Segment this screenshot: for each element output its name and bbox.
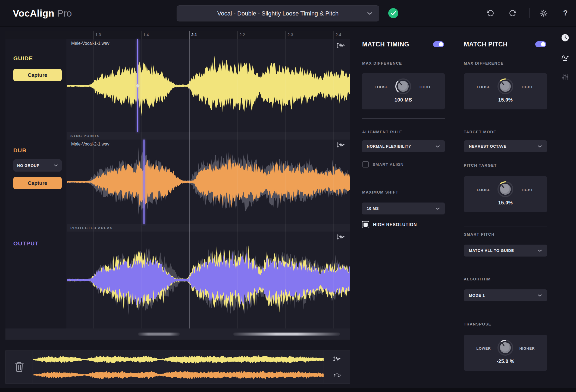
process-settings-button[interactable] bbox=[559, 71, 571, 83]
pitch-view-button[interactable] bbox=[559, 52, 571, 63]
transpose-label: TRANSPOSE bbox=[464, 322, 492, 326]
help-icon: ? bbox=[563, 9, 568, 17]
alignment-rule-dropdown[interactable]: NORMAL FLEXIBILITY bbox=[362, 140, 445, 152]
toggle-knob bbox=[541, 42, 545, 46]
timeline-ruler[interactable]: 1.31.42.12.22.32.4 bbox=[5, 31, 350, 39]
transpose-card: LOWER HIGHER -25.0 % bbox=[464, 335, 547, 371]
waveform-scale-icon bbox=[333, 356, 341, 362]
smart-align-checkbox[interactable] bbox=[362, 161, 369, 167]
column-divider bbox=[5, 134, 67, 134]
match-timing-title: MATCH TIMING bbox=[362, 41, 409, 48]
clock-icon bbox=[561, 33, 570, 42]
zoom-icon bbox=[333, 372, 341, 378]
smart-pitch-dropdown[interactable]: MATCH ALL TO GUIDE bbox=[464, 245, 547, 257]
preset-selector[interactable]: Vocal - Double - Slightly Loose Timing &… bbox=[177, 5, 379, 21]
timing-max-difference-card: LOOSE TIGHT 100 MS bbox=[362, 73, 445, 109]
dub-capture-button[interactable]: Capture bbox=[13, 177, 62, 189]
pitch-max-difference-knob[interactable] bbox=[497, 78, 514, 95]
settings-button[interactable] bbox=[538, 7, 550, 19]
alignment-rule-label: ALIGNMENT RULE bbox=[362, 130, 402, 134]
dub-track[interactable] bbox=[67, 140, 350, 224]
scrollbar-handle[interactable] bbox=[233, 333, 340, 336]
top-bar: VocAlign Pro Vocal - Double - Slightly L… bbox=[0, 0, 576, 27]
gear-icon bbox=[540, 9, 548, 17]
dub-group-dropdown[interactable]: NO GROUP bbox=[13, 159, 62, 172]
pitch-target-value: 15.0% bbox=[464, 200, 547, 206]
chevron-down-icon bbox=[367, 12, 372, 15]
dub-waveform bbox=[67, 140, 350, 224]
toolbar-divider bbox=[529, 8, 530, 18]
preset-label: Vocal - Double - Slightly Loose Timing &… bbox=[217, 10, 339, 17]
loose-label: LOOSE bbox=[471, 188, 496, 192]
redo-icon bbox=[509, 10, 516, 17]
match-pitch-title: MATCH PITCH bbox=[464, 41, 508, 48]
output-waveform bbox=[67, 232, 350, 328]
protected-areas-strip: PROTECTED AREAS bbox=[67, 224, 350, 232]
track-header-column: GUIDE Capture DUB NO GROUP Capture OUTPU… bbox=[5, 39, 67, 328]
guide-track[interactable] bbox=[67, 39, 350, 132]
maximum-shift-label: MAXIMUM SHIFT bbox=[362, 190, 399, 194]
pitch-curve-icon bbox=[561, 53, 569, 62]
overview-waveform-scale-button[interactable] bbox=[324, 351, 350, 367]
pitch-target-knob[interactable] bbox=[497, 181, 514, 198]
output-track[interactable] bbox=[67, 232, 350, 328]
undo-button[interactable] bbox=[484, 7, 496, 19]
maximum-shift-value: 10 MS bbox=[367, 206, 379, 211]
vocalign-pro-window: VocAlign Pro Vocal - Double - Slightly L… bbox=[0, 0, 576, 392]
timing-view-button[interactable] bbox=[559, 32, 571, 43]
overview-tools bbox=[324, 351, 350, 383]
sliders-icon bbox=[561, 73, 569, 81]
window-bottom-edge bbox=[0, 388, 576, 392]
match-pitch-toggle[interactable] bbox=[535, 41, 546, 47]
waveform-area: SYNC POINTS PROTECTED AREAS Male-Vocal-1… bbox=[67, 39, 350, 328]
sync-points-label: SYNC POINTS bbox=[70, 134, 100, 138]
timing-max-difference-knob[interactable] bbox=[395, 78, 412, 95]
guide-waveform bbox=[67, 39, 350, 132]
overview-waveforms[interactable] bbox=[33, 351, 324, 383]
overview-panel bbox=[5, 350, 350, 384]
brand-name: VocAlign bbox=[13, 8, 54, 19]
scroll-strip bbox=[5, 328, 350, 340]
smart-pitch-label: SMART PITCH bbox=[464, 232, 494, 236]
dub-file-name: Male-Vocal-2-1.wav bbox=[71, 142, 109, 147]
pitch-max-difference-card: LOOSE TIGHT 15.0% bbox=[464, 73, 547, 109]
trash-button[interactable] bbox=[6, 351, 33, 383]
lower-label: LOWER bbox=[471, 346, 496, 350]
dub-waveform-scale-icon[interactable] bbox=[337, 142, 345, 148]
transpose-value: -25.0 % bbox=[464, 359, 547, 364]
maximum-shift-dropdown[interactable]: 10 MS bbox=[362, 203, 445, 214]
timing-max-difference-label: MAX DIFFERENCE bbox=[362, 61, 402, 65]
chevron-down-icon bbox=[54, 164, 58, 167]
output-waveform-scale-icon[interactable] bbox=[337, 234, 345, 240]
scrollbar-handle[interactable] bbox=[138, 333, 180, 336]
redo-button[interactable] bbox=[506, 7, 518, 19]
match-timing-toggle[interactable] bbox=[433, 41, 444, 47]
target-mode-label: TARGET MODE bbox=[464, 130, 496, 134]
column-divider bbox=[5, 226, 67, 226]
algorithm-dropdown[interactable]: MODE 1 bbox=[464, 289, 547, 301]
dub-group-value: NO GROUP bbox=[17, 163, 40, 168]
overview-guide-waveform bbox=[33, 352, 324, 367]
transpose-knob[interactable] bbox=[497, 339, 514, 356]
chevron-down-icon bbox=[436, 145, 440, 148]
high-resolution-checkbox[interactable] bbox=[362, 221, 369, 228]
algorithm-label: ALGORITHM bbox=[464, 277, 491, 281]
overview-zoom-button[interactable] bbox=[324, 367, 350, 383]
tight-label: TIGHT bbox=[413, 85, 437, 89]
guide-file-name: Male-Vocal-1-1.wav bbox=[71, 41, 109, 46]
brand-suffix: Pro bbox=[57, 8, 72, 19]
target-mode-dropdown[interactable]: NEAREST OCTAVE bbox=[464, 140, 547, 152]
guide-waveform-scale-icon[interactable] bbox=[337, 42, 345, 49]
guide-capture-button[interactable]: Capture bbox=[13, 69, 62, 81]
help-button[interactable]: ? bbox=[559, 7, 571, 19]
target-mode-value: NEAREST OCTAVE bbox=[469, 144, 506, 148]
algorithm-value: MODE 1 bbox=[469, 293, 485, 298]
dub-track-label: DUB bbox=[13, 147, 27, 154]
high-resolution-row: HIGH RESOLUTION bbox=[362, 221, 417, 228]
higher-label: HIGHER bbox=[515, 346, 539, 350]
undo-icon bbox=[487, 10, 494, 17]
section-divider bbox=[362, 118, 445, 119]
dub-playhead[interactable] bbox=[143, 140, 145, 224]
tight-label: TIGHT bbox=[515, 188, 539, 192]
high-resolution-label: HIGH RESOLUTION bbox=[373, 222, 417, 227]
